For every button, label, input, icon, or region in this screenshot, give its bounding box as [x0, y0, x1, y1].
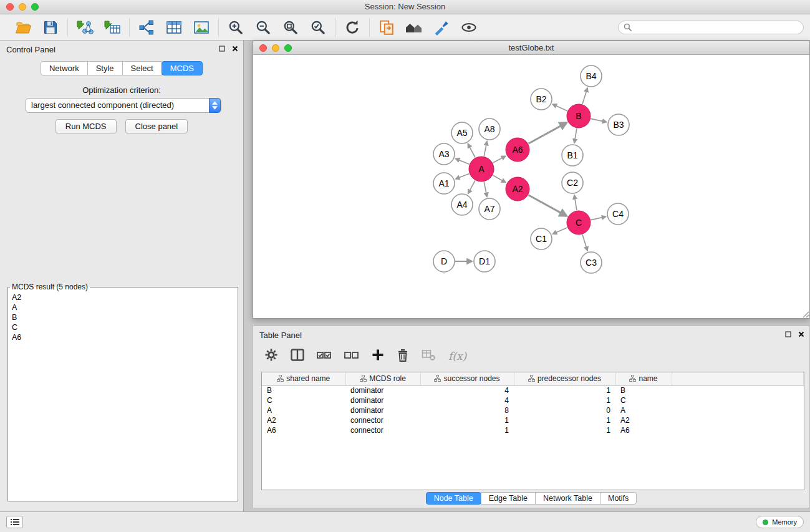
- table-cell[interactable]: A6: [615, 425, 672, 435]
- node-B2[interactable]: B2: [531, 89, 552, 110]
- open-file-icon[interactable]: [14, 18, 32, 37]
- node-A5[interactable]: A5: [451, 122, 473, 143]
- table-cell[interactable]: dominator: [345, 385, 420, 395]
- table-cell[interactable]: 4: [420, 395, 514, 405]
- edge-C-C4[interactable]: [591, 216, 606, 220]
- node-B4[interactable]: B4: [581, 65, 602, 87]
- delete-table-icon[interactable]: [422, 349, 436, 364]
- memory-button[interactable]: Memory: [756, 516, 804, 528]
- table-cell[interactable]: C: [615, 395, 672, 405]
- import-network-file-icon[interactable]: [75, 18, 94, 37]
- network-canvas[interactable]: AA2A6BCA1A3A4A5A7A8B1B2B3B4C1C2C3C4DD1: [253, 55, 809, 318]
- table-cell[interactable]: B: [615, 385, 672, 395]
- table-cell[interactable]: connector: [345, 415, 420, 425]
- column-header-mcds-role[interactable]: MCDS role: [345, 372, 420, 385]
- column-header-name[interactable]: name: [615, 372, 672, 385]
- zoom-window-button[interactable]: [31, 3, 39, 11]
- zoom-selected-icon[interactable]: [309, 18, 327, 37]
- control-tab-style[interactable]: Style: [87, 61, 123, 75]
- table-row[interactable]: Bdominator41B: [262, 385, 804, 395]
- function-builder-icon[interactable]: f(x): [448, 350, 466, 362]
- edge-A-A1[interactable]: [456, 174, 470, 179]
- edge-A-A8[interactable]: [484, 142, 487, 157]
- control-tab-network[interactable]: Network: [41, 61, 88, 75]
- table-cell[interactable]: 4: [420, 385, 514, 395]
- node-B[interactable]: B: [567, 104, 591, 128]
- search-input[interactable]: [635, 22, 798, 32]
- control-tab-mcds[interactable]: MCDS: [162, 61, 203, 75]
- edge-C-C2[interactable]: [574, 195, 577, 210]
- node-A4[interactable]: A4: [451, 194, 473, 215]
- close-window-button[interactable]: [6, 3, 14, 11]
- table-cell[interactable]: 1: [514, 415, 615, 425]
- resize-grip-icon[interactable]: [801, 309, 809, 318]
- float-table-panel-icon[interactable]: [785, 331, 791, 337]
- run-mcds-button[interactable]: Run MCDS: [55, 119, 117, 133]
- node-A1[interactable]: A1: [433, 173, 455, 194]
- edge-B-B4[interactable]: [582, 88, 587, 104]
- table-cell[interactable]: A: [262, 405, 345, 415]
- table-tab-motifs[interactable]: Motifs: [600, 492, 637, 505]
- node-C1[interactable]: C1: [531, 228, 552, 249]
- edge-A2-C[interactable]: [529, 195, 567, 216]
- node-A2[interactable]: A2: [506, 177, 529, 201]
- table-row[interactable]: Cdominator41C: [262, 395, 804, 405]
- zoom-in-icon[interactable]: [226, 18, 245, 37]
- close-table-panel-icon[interactable]: [798, 331, 804, 337]
- select-all-icon[interactable]: [317, 349, 332, 363]
- table-cell[interactable]: 1: [514, 385, 615, 395]
- clipboard-icon[interactable]: [377, 18, 396, 37]
- edge-A-A6[interactable]: [493, 156, 506, 163]
- table-cell[interactable]: A2: [262, 415, 345, 425]
- style-brush-icon[interactable]: [432, 18, 451, 37]
- table-cell[interactable]: B: [262, 385, 345, 395]
- task-history-button[interactable]: [6, 516, 23, 528]
- export-image-icon[interactable]: [192, 18, 211, 37]
- node-B1[interactable]: B1: [562, 145, 583, 166]
- deselect-all-icon[interactable]: [344, 349, 359, 363]
- network-zoom-button[interactable]: [284, 44, 292, 52]
- node-D[interactable]: D: [433, 251, 455, 272]
- edge-C-C3[interactable]: [582, 235, 587, 251]
- node-D1[interactable]: D1: [474, 251, 495, 272]
- delete-row-icon[interactable]: [397, 349, 409, 364]
- node-A[interactable]: A: [469, 157, 494, 181]
- node-C3[interactable]: C3: [581, 252, 602, 273]
- new-table-icon[interactable]: [165, 18, 183, 37]
- table-cell[interactable]: dominator: [345, 395, 420, 405]
- edge-B-B1[interactable]: [574, 128, 577, 143]
- zoom-out-icon[interactable]: [254, 18, 272, 37]
- criterion-dropdown[interactable]: largest connected component (directed): [26, 98, 221, 113]
- new-network-icon[interactable]: [137, 18, 156, 37]
- result-item[interactable]: A6: [8, 332, 238, 342]
- table-cell[interactable]: 0: [514, 405, 615, 415]
- node-A6[interactable]: A6: [506, 138, 529, 162]
- node-A3[interactable]: A3: [433, 143, 455, 165]
- column-header-successor-nodes[interactable]: successor nodes: [420, 372, 514, 385]
- table-cell[interactable]: 1: [420, 425, 514, 435]
- table-row[interactable]: A6connector11A6: [262, 425, 804, 435]
- home-view-icon[interactable]: [405, 18, 423, 37]
- minimize-window-button[interactable]: [19, 3, 26, 11]
- edge-A-A7[interactable]: [484, 182, 487, 197]
- node-C[interactable]: C: [567, 211, 591, 235]
- result-item[interactable]: B: [8, 312, 238, 322]
- edge-A-A5[interactable]: [468, 144, 475, 158]
- import-table-file-icon[interactable]: [103, 18, 122, 37]
- table-cell[interactable]: C: [262, 395, 345, 405]
- float-panel-icon[interactable]: [219, 46, 225, 52]
- node-A7[interactable]: A7: [479, 198, 500, 220]
- close-panel-icon[interactable]: [232, 46, 238, 52]
- network-close-button[interactable]: [259, 44, 267, 52]
- table-tab-edge-table[interactable]: Edge Table: [481, 492, 536, 505]
- edge-A-A4[interactable]: [468, 180, 475, 193]
- refresh-icon[interactable]: [343, 18, 362, 37]
- edge-C-C1[interactable]: [552, 228, 567, 234]
- table-cell[interactable]: A6: [262, 425, 345, 435]
- result-item[interactable]: A: [8, 302, 238, 312]
- table-tab-node-table[interactable]: Node Table: [426, 492, 481, 505]
- table-cell[interactable]: A2: [615, 415, 672, 425]
- table-cell[interactable]: 8: [420, 405, 514, 415]
- column-header-predecessor-nodes[interactable]: predecessor nodes: [514, 372, 615, 385]
- table-cell[interactable]: connector: [345, 425, 420, 435]
